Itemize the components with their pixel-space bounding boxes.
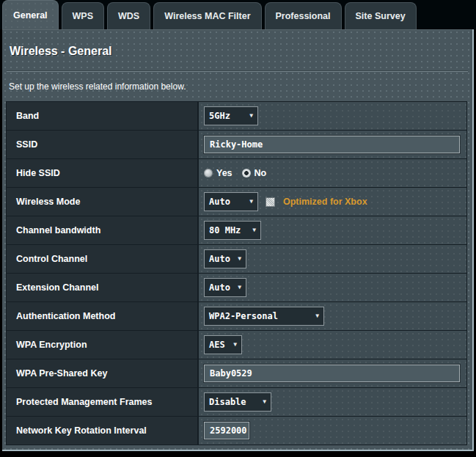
field-label-pmf: Protected Management Frames (7, 388, 199, 416)
channel-bandwidth-select-value: 80 MHz (209, 225, 241, 235)
dropdown-arrow-icon: ▼ (315, 313, 319, 319)
dropdown-arrow-icon: ▼ (252, 227, 256, 233)
hide-ssid-no-radio[interactable]: No (242, 168, 267, 178)
channel-bandwidth-select[interactable]: 80 MHz ▼ (204, 221, 261, 240)
key-rotation-input[interactable]: 2592000 (204, 422, 249, 439)
row-wpa-psk: WPA Pre-Shared Key Baby0529 (7, 359, 466, 388)
dropdown-arrow-icon: ▼ (233, 342, 237, 348)
band-select-value: 5GHz (209, 111, 230, 121)
ssid-input[interactable]: Ricky-Home (204, 136, 460, 153)
row-wpa-encryption: WPA Encryption AES ▼ (7, 331, 466, 359)
field-label-ssid: SSID (7, 131, 199, 158)
row-key-rotation: Network Key Rotation Interval 2592000 (7, 417, 466, 445)
tab-site-survey[interactable]: Site Survey (345, 2, 417, 29)
pmf-select-value: Disable (209, 397, 246, 407)
radio-selected-icon (242, 169, 251, 178)
hide-ssid-yes-radio[interactable]: Yes (204, 168, 232, 178)
control-channel-select[interactable]: Auto ▼ (204, 249, 246, 268)
wireless-settings-page: General WPS WDS Wireless MAC Filter Prof… (0, 0, 476, 457)
control-channel-select-value: Auto (209, 254, 230, 264)
optimized-xbox-label: Optimized for Xbox (283, 197, 367, 207)
row-control-channel: Control Channel Auto ▼ (7, 245, 466, 274)
row-wireless-mode: Wireless Mode Auto ▼ Optimized for Xbox (7, 188, 466, 216)
extension-channel-select[interactable]: Auto ▼ (204, 278, 246, 297)
row-authentication-method: Authentication Method WPA2-Personal ▼ (7, 302, 466, 331)
wpa-encryption-select-value: AES (209, 340, 225, 350)
field-label-extension-channel: Extension Channel (7, 274, 199, 301)
page-title: Wireless - General (2, 29, 472, 58)
tab-wds[interactable]: WDS (107, 2, 150, 29)
field-label-wpa-psk: WPA Pre-Shared Key (7, 359, 199, 387)
tab-bar: General WPS WDS Wireless MAC Filter Prof… (0, 0, 476, 29)
pmf-select[interactable]: Disable ▼ (204, 392, 271, 412)
field-label-channel-bandwidth: Channel bandwidth (7, 216, 199, 244)
authentication-method-select-value: WPA2-Personal (209, 311, 278, 321)
row-hide-ssid: Hide SSID Yes No (7, 159, 466, 188)
optimized-xbox-checkbox[interactable] (266, 197, 275, 207)
extension-channel-select-value: Auto (209, 282, 230, 293)
field-label-key-rotation: Network Key Rotation Interval (7, 417, 199, 445)
wpa-psk-input[interactable]: Baby0529 (204, 365, 460, 382)
hide-ssid-yes-label: Yes (216, 168, 232, 178)
hide-ssid-no-label: No (255, 168, 267, 178)
dropdown-arrow-icon: ▼ (249, 199, 253, 205)
field-label-band: Band (7, 102, 199, 130)
page-description: Set up the wireless related information … (2, 72, 472, 101)
wireless-mode-select[interactable]: Auto ▼ (204, 192, 258, 211)
row-pmf: Protected Management Frames Disable ▼ (7, 388, 466, 417)
wpa-encryption-select[interactable]: AES ▼ (204, 335, 242, 354)
authentication-method-select[interactable]: WPA2-Personal ▼ (204, 307, 324, 326)
row-extension-channel: Extension Channel Auto ▼ (7, 274, 466, 302)
field-label-authentication-method: Authentication Method (7, 302, 199, 330)
tab-wps[interactable]: WPS (62, 2, 104, 29)
field-label-wpa-encryption: WPA Encryption (7, 331, 199, 359)
dropdown-arrow-icon: ▼ (249, 113, 253, 119)
field-label-control-channel: Control Channel (7, 245, 199, 273)
tab-general[interactable]: General (2, 0, 59, 29)
field-label-wireless-mode: Wireless Mode (7, 188, 199, 216)
row-ssid: SSID Ricky-Home (7, 131, 466, 159)
field-label-hide-ssid: Hide SSID (7, 159, 199, 187)
tab-wireless-mac-filter[interactable]: Wireless MAC Filter (153, 2, 261, 29)
row-channel-bandwidth: Channel bandwidth 80 MHz ▼ (7, 216, 466, 245)
radio-unselected-icon (204, 169, 213, 178)
band-select[interactable]: 5GHz ▼ (204, 106, 258, 125)
dropdown-arrow-icon: ▼ (263, 399, 266, 405)
dropdown-arrow-icon: ▼ (238, 285, 241, 290)
content-panel: Wireless - General Set up the wireless r… (2, 29, 474, 451)
row-band: Band 5GHz ▼ (7, 102, 466, 131)
tab-professional[interactable]: Professional (265, 2, 342, 29)
dropdown-arrow-icon: ▼ (238, 256, 241, 262)
wireless-mode-select-value: Auto (209, 197, 230, 207)
settings-table: Band 5GHz ▼ SSID Ricky-Home Hide SSID (6, 101, 467, 445)
